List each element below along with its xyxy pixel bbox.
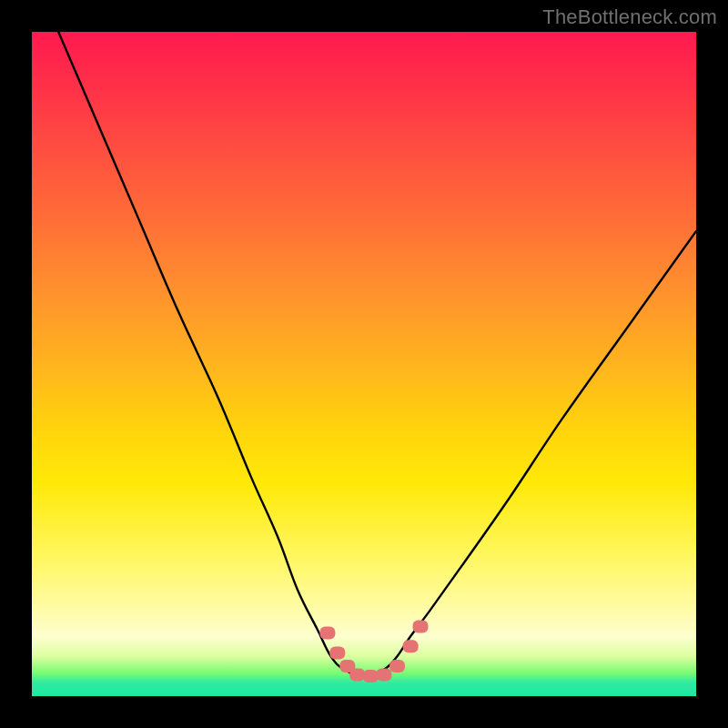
highlight-marker: [389, 660, 405, 672]
highlight-marker: [349, 669, 365, 682]
highlight-marker: [403, 640, 419, 652]
curve-layer: [32, 32, 696, 696]
highlight-marker: [363, 670, 379, 682]
highlight-markers: [319, 620, 428, 682]
highlight-marker: [329, 647, 345, 660]
highlight-marker: [376, 669, 391, 682]
chart-frame: TheBottleneck.com: [0, 0, 728, 728]
plot-area: [32, 32, 696, 696]
highlight-marker: [319, 627, 335, 640]
highlight-marker: [413, 620, 429, 632]
bottleneck-curve: [58, 32, 696, 676]
watermark-text: TheBottleneck.com: [542, 5, 717, 29]
